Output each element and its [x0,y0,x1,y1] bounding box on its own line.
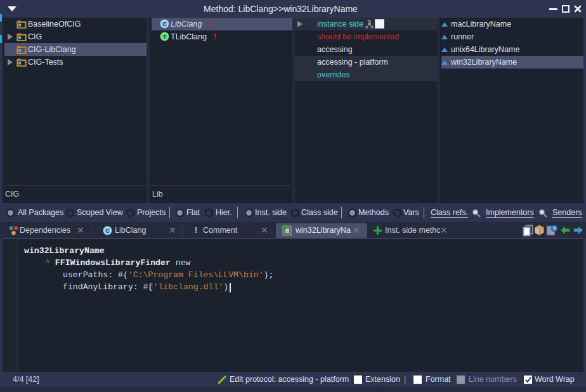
svg-text:T: T [163,33,167,40]
svg-text:C: C [162,20,167,27]
svg-text:C: C [105,227,110,234]
